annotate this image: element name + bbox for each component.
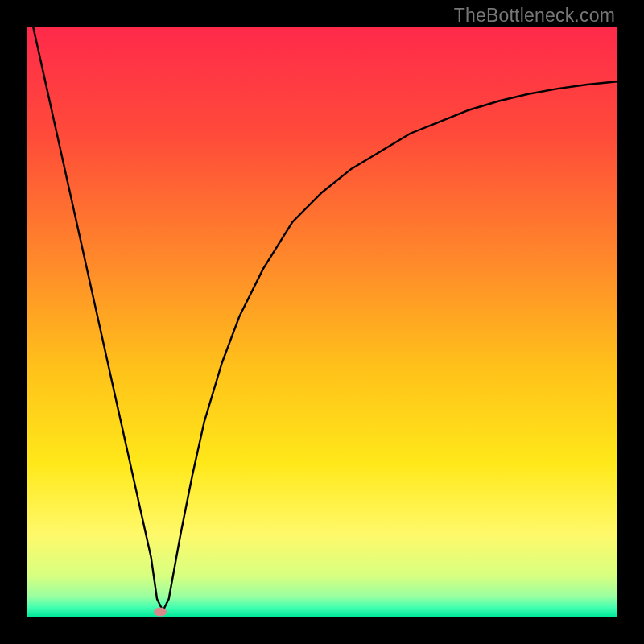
svg-rect-0 — [27, 27, 617, 617]
attribution-label: TheBottleneck.com — [454, 5, 615, 27]
gradient-background — [27, 27, 617, 617]
chart-frame: TheBottleneck.com — [0, 0, 644, 644]
minimum-marker — [154, 608, 167, 617]
plot-area — [27, 27, 617, 617]
